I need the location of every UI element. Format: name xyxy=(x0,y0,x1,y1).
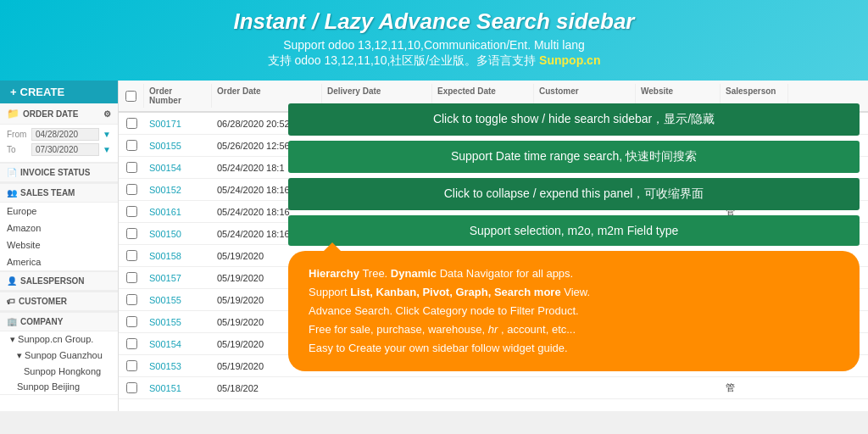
customer-icon: 🏷 xyxy=(7,297,15,306)
invoice-status-title[interactable]: 📄 INVOICE STATUS xyxy=(0,163,118,182)
order-date-title[interactable]: 📁 ORDER DATE ⚙ xyxy=(0,103,118,125)
sidebar-item-europe[interactable]: Europe xyxy=(0,203,118,220)
invoice-status-section: 📄 INVOICE STATUS xyxy=(0,163,118,183)
desc-views: List, Kanban, Pivot, Graph, Search more xyxy=(350,286,561,298)
row-order: S00152 xyxy=(144,181,212,199)
company-section: 🏢 COMPANY ▾ Sunpop.cn Group. ▾ Sunpop Gu… xyxy=(0,312,118,395)
select-all-checkbox[interactable] xyxy=(125,91,136,102)
sales-team-items: Europe Amazon Website America xyxy=(0,203,118,270)
row-order: S00157 xyxy=(144,269,212,287)
salesperson-label: SALESPERSON xyxy=(20,276,85,286)
row-checkbox[interactable] xyxy=(119,224,144,243)
table-row[interactable]: S00151 05/18/202 管 xyxy=(119,377,868,399)
row-checkbox[interactable] xyxy=(119,202,144,221)
create-button[interactable]: + CREATE xyxy=(0,81,118,103)
feature-btn-0[interactable]: Click to toggle show / hide search sideb… xyxy=(288,103,860,136)
banner-subtitle: Support odoo 13,12,11,10,Communication/E… xyxy=(17,38,851,52)
salesperson-section: 👤 SALESPERSON xyxy=(0,271,118,292)
row-checkbox[interactable] xyxy=(119,246,144,265)
row-order: S00171 xyxy=(144,114,212,133)
company-label: COMPANY xyxy=(20,317,63,326)
desc-view: View. xyxy=(564,286,590,298)
settings-icon: ⚙ xyxy=(103,109,111,119)
person-icon: 👤 xyxy=(7,276,17,286)
row-order: S00155 xyxy=(144,136,212,155)
desc-support: Support xyxy=(309,286,350,298)
brand-highlight: Sunpop.cn xyxy=(539,53,600,67)
row-checkbox[interactable] xyxy=(119,180,144,199)
salesperson-title[interactable]: 👤 SALESPERSON xyxy=(0,271,118,291)
row-order: S00155 xyxy=(144,313,212,331)
row-checkbox[interactable] xyxy=(119,356,144,376)
sales-team-title[interactable]: 👥 SALES TEAM xyxy=(0,183,118,203)
desc-hr: hr xyxy=(488,323,498,336)
create-icon: + xyxy=(10,86,17,98)
order-date-label: ORDER DATE xyxy=(23,109,78,119)
folder-icon: 📁 xyxy=(7,108,19,120)
customer-title[interactable]: 🏷 CUSTOMER xyxy=(0,292,118,311)
invoice-icon: 📄 xyxy=(7,168,17,177)
company-tree: ▾ Sunpop.cn Group. ▾ Sunpop Guanzhou Sun… xyxy=(0,331,118,394)
row-website xyxy=(636,384,721,392)
date-to-row: To 07/30/2020 ▼ xyxy=(7,143,111,156)
company-icon: 🏢 xyxy=(7,317,17,326)
row-checkbox[interactable] xyxy=(119,290,144,309)
description-box: Hierarchy Tree. Dynamic Data Navigator f… xyxy=(288,251,860,371)
row-order: S00161 xyxy=(144,203,212,221)
row-expected xyxy=(432,384,534,392)
desc-navigator: Data Navigator for all apps. xyxy=(440,267,574,280)
row-checkbox[interactable] xyxy=(119,312,144,331)
th-order-number: Order Number xyxy=(144,84,212,108)
date-from-row: From 04/28/2020 ▼ xyxy=(7,128,111,141)
company-title[interactable]: 🏢 COMPANY xyxy=(0,312,118,331)
tree-item-hongkong[interactable]: Sunpop Hongkong xyxy=(0,364,118,379)
team-icon: 👥 xyxy=(7,188,17,198)
row-order: S00151 xyxy=(144,379,212,398)
row-order: S00153 xyxy=(144,357,212,376)
feature-btn-2[interactable]: Click to collapse / expend this panel，可收… xyxy=(288,178,860,210)
from-date-input[interactable]: 04/28/2020 xyxy=(31,128,99,141)
desc-free: Free for sale, purchase, warehouse, xyxy=(309,323,488,336)
desc-tree: Tree. xyxy=(362,267,390,280)
row-checkbox[interactable] xyxy=(119,114,144,133)
sidebar-item-amazon[interactable]: Amazon xyxy=(0,220,118,236)
chinese-text: 支持 odoo 13,12,11,10,社区版/企业版。多语言支持 xyxy=(268,53,537,67)
create-label: CREATE xyxy=(20,86,64,98)
sidebar-item-america[interactable]: America xyxy=(0,253,118,270)
tree-item-beijing[interactable]: Sunpop Beijing xyxy=(0,379,118,394)
to-label: To xyxy=(7,145,28,154)
row-checkbox[interactable] xyxy=(119,268,144,287)
desc-line1: Hierarchy Tree. Dynamic Data Navigator f… xyxy=(309,264,839,283)
row-checkbox[interactable] xyxy=(119,378,144,398)
feature-btn-3[interactable]: Support selection, m2o, m2m Field type xyxy=(288,215,860,246)
banner-chinese: 支持 odoo 13,12,11,10,社区版/企业版。多语言支持 Sunpop… xyxy=(17,53,851,69)
desc-line4: Free for sale, purchase, warehouse, hr ,… xyxy=(309,320,839,339)
desc-etc: , account, etc... xyxy=(501,323,576,336)
top-banner: Instant / Lazy Advance Search sidebar Su… xyxy=(0,0,868,81)
to-date-input[interactable]: 07/30/2020 xyxy=(31,143,99,156)
row-order: S00158 xyxy=(144,247,212,265)
sidebar-item-website[interactable]: Website xyxy=(0,236,118,253)
order-date-content: From 04/28/2020 ▼ To 07/30/2020 ▼ xyxy=(0,125,118,162)
sales-team-section: 👥 SALES TEAM Europe Amazon Website Ameri… xyxy=(0,183,118,271)
th-checkbox xyxy=(119,84,144,108)
invoice-status-label: INVOICE STATUS xyxy=(20,168,90,177)
desc-line2: Support List, Kanban, Pivot, Graph, Sear… xyxy=(309,283,839,302)
row-checkbox[interactable] xyxy=(119,334,144,353)
customer-label: CUSTOMER xyxy=(19,297,67,306)
feature-btn-1[interactable]: Support Date time range search, 快速时间搜索 xyxy=(288,141,860,173)
row-order: S00154 xyxy=(144,335,212,353)
row-customer xyxy=(534,384,636,392)
desc-line3: Advance Search. Click Category node to F… xyxy=(309,302,839,320)
row-delivery xyxy=(322,384,432,392)
from-label: From xyxy=(7,130,28,139)
tree-item-sunpop[interactable]: ▾ Sunpop.cn Group. xyxy=(0,331,118,348)
desc-hierarchy: Hierarchy xyxy=(309,267,359,280)
row-order: S00150 xyxy=(144,225,212,243)
desc-line5: Easy to Create your own sidebar follow w… xyxy=(309,339,839,358)
tree-item-guanzhou[interactable]: ▾ Sunpop Guanzhou xyxy=(0,348,118,364)
feature-buttons: Click to toggle show / hide search sideb… xyxy=(288,103,860,246)
row-checkbox[interactable] xyxy=(119,136,144,155)
row-checkbox[interactable] xyxy=(119,158,144,177)
down-arrow-icon: ▼ xyxy=(103,130,111,139)
